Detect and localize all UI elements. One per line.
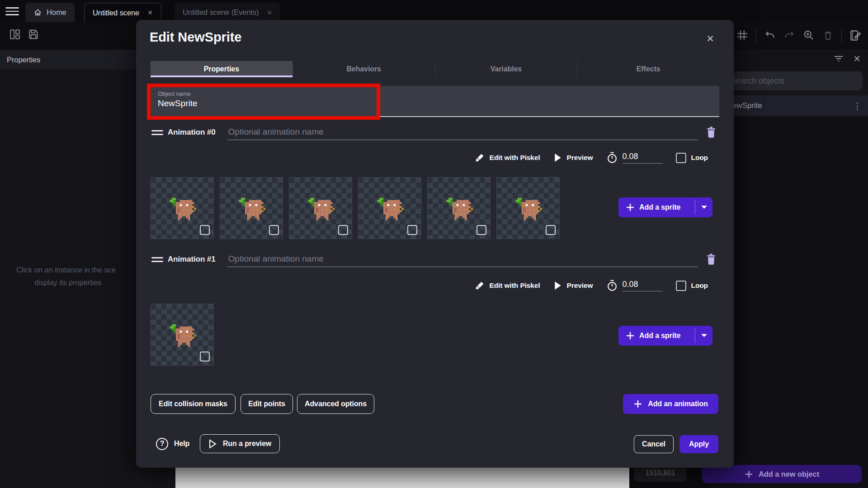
button-divider <box>695 328 695 343</box>
scene-canvas[interactable] <box>175 468 629 488</box>
tab-untitled-scene[interactable]: Untitled scene ✕ <box>84 3 161 22</box>
tab-untitled-scene-events[interactable]: Untitled scene (Events) ✕ <box>175 3 280 22</box>
frame-checkbox[interactable] <box>476 225 486 235</box>
dialog-tabs: Properties Behaviors Variables Effects <box>151 61 719 77</box>
tab-variables[interactable]: Variables <box>435 61 577 77</box>
animation-title: Animation #0 <box>168 128 216 137</box>
close-tab-icon[interactable]: ✕ <box>267 9 272 16</box>
drag-handle-icon[interactable] <box>151 130 163 135</box>
edit-points-button[interactable]: Edit points <box>241 394 293 414</box>
chevron-down-icon[interactable] <box>701 205 708 210</box>
preview-label: Preview <box>567 154 593 162</box>
main-menu-icon[interactable] <box>5 6 19 16</box>
sprite-frame[interactable] <box>427 177 491 239</box>
apply-button[interactable]: Apply <box>679 435 718 453</box>
close-dialog-icon[interactable]: ✕ <box>702 31 718 47</box>
add-new-object-button[interactable]: Add a new object <box>702 465 862 483</box>
animation-1-header: Animation #1 <box>151 252 718 267</box>
time-between-frames-field[interactable] <box>607 280 662 291</box>
edit-scene-properties-icon[interactable] <box>849 29 862 42</box>
undo-icon[interactable] <box>764 29 776 41</box>
delete-animation-button[interactable] <box>704 253 718 266</box>
frame-time-input[interactable] <box>623 280 662 291</box>
properties-hint-line1: Click on an instance in the sce <box>16 266 116 274</box>
add-sprite-button[interactable]: Add a sprite <box>618 197 712 217</box>
time-between-frames-field[interactable] <box>607 152 662 164</box>
delete-icon[interactable] <box>822 30 834 41</box>
loop-toggle: Loop <box>676 281 708 291</box>
frame-checkbox[interactable] <box>546 225 556 235</box>
object-item-menu-icon[interactable]: ⋮ <box>853 101 868 111</box>
add-sprite-button[interactable]: Add a sprite <box>618 326 712 346</box>
chevron-down-icon[interactable] <box>701 333 708 338</box>
tab-behaviors[interactable]: Behaviors <box>292 61 435 77</box>
edit-with-piskel-label: Edit with Piskel <box>490 154 540 162</box>
edit-collision-masks-button[interactable]: Edit collision masks <box>151 394 236 414</box>
zoom-in-icon[interactable] <box>803 29 815 41</box>
tab-home[interactable]: Home <box>25 3 75 22</box>
sprite-frame-image <box>168 198 196 221</box>
animation-0-frames <box>151 177 560 239</box>
toolbar-divider <box>756 27 756 43</box>
frame-checkbox[interactable] <box>200 225 210 235</box>
redo-icon[interactable] <box>783 29 795 41</box>
search-objects-input[interactable] <box>722 71 863 90</box>
sprite-frame[interactable] <box>220 177 283 239</box>
brush-icon <box>475 153 485 163</box>
loop-checkbox[interactable] <box>676 281 686 291</box>
sprite-frame-image <box>514 198 542 221</box>
panels-layout-icon[interactable] <box>9 28 21 40</box>
preview-button[interactable]: Preview <box>554 153 593 162</box>
object-list-item[interactable]: NewSprite ⋮ <box>719 95 868 116</box>
preview-button[interactable]: Preview <box>554 281 593 290</box>
add-an-animation-label: Add an animation <box>648 400 708 408</box>
sprite-frame[interactable] <box>496 177 560 239</box>
add-sprite-label: Add a sprite <box>639 203 680 211</box>
sprite-frame[interactable] <box>358 177 421 239</box>
loop-checkbox[interactable] <box>676 153 686 163</box>
trash-icon <box>706 253 717 265</box>
grid-icon[interactable] <box>736 29 748 41</box>
advanced-options-button[interactable]: Advanced options <box>297 394 374 414</box>
edit-with-piskel-button[interactable]: Edit with Piskel <box>475 153 540 163</box>
frame-time-input[interactable] <box>623 152 662 164</box>
add-sprite-label: Add a sprite <box>639 332 680 340</box>
animation-name-input[interactable] <box>227 125 698 140</box>
cancel-button[interactable]: Cancel <box>634 435 674 453</box>
add-an-animation-button[interactable]: Add an animation <box>623 394 718 414</box>
help-button[interactable]: ? Help <box>156 435 189 453</box>
object-name-input[interactable] <box>158 99 712 108</box>
run-a-preview-button[interactable]: Run a preview <box>200 434 280 453</box>
filter-icon[interactable] <box>833 53 844 64</box>
sprite-frame[interactable] <box>151 304 214 366</box>
frame-checkbox[interactable] <box>200 352 210 361</box>
frame-checkbox[interactable] <box>338 225 348 235</box>
close-tab-icon[interactable]: ✕ <box>147 9 153 16</box>
sprite-frame-image <box>375 198 404 221</box>
sprite-frame[interactable] <box>289 177 352 239</box>
sprite-frame-image <box>237 198 265 221</box>
edit-with-piskel-label: Edit with Piskel <box>490 282 540 290</box>
frame-checkbox[interactable] <box>407 225 417 235</box>
drag-handle-icon[interactable] <box>151 257 163 262</box>
save-icon[interactable] <box>28 28 39 40</box>
tab-properties[interactable]: Properties <box>151 61 292 77</box>
sprite-frame[interactable] <box>151 177 214 239</box>
delete-animation-button[interactable] <box>704 126 718 139</box>
close-panel-icon[interactable]: ✕ <box>853 53 861 64</box>
home-icon <box>33 8 42 17</box>
plus-icon <box>626 203 635 212</box>
loop-toggle: Loop <box>676 153 708 163</box>
play-icon <box>554 153 562 162</box>
frame-checkbox[interactable] <box>269 225 279 235</box>
edit-with-piskel-button[interactable]: Edit with Piskel <box>475 281 540 291</box>
trash-icon <box>706 127 717 138</box>
tab-effects[interactable]: Effects <box>577 61 719 77</box>
object-name-field[interactable]: Object name <box>151 86 719 117</box>
properties-panel-title: Properties <box>7 56 40 64</box>
animation-name-input[interactable] <box>227 252 698 267</box>
brush-icon <box>475 281 485 291</box>
tab-events-label: Untitled scene (Events) <box>183 8 259 17</box>
help-label: Help <box>174 440 189 448</box>
animation-1-frames <box>151 304 214 366</box>
